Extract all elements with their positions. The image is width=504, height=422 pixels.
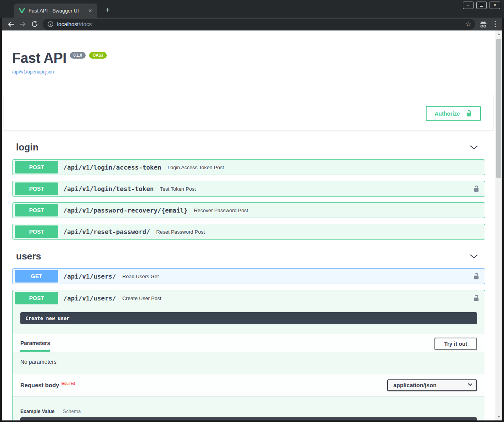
- operation-summary: Recover Password Post: [194, 207, 248, 213]
- method-badge: POST: [15, 292, 58, 304]
- authorize-label: Authorize: [434, 111, 460, 117]
- reload-icon: [31, 20, 38, 28]
- section-title: login: [12, 142, 38, 153]
- url-path: /docs: [79, 21, 91, 27]
- window-minimize-button[interactable]: −: [463, 2, 474, 9]
- unlock-icon: [473, 185, 479, 193]
- operation-path: /api/v1/login/access-token: [63, 164, 161, 171]
- reload-button[interactable]: [29, 19, 40, 30]
- page-content: Fast API 0.1.0 OAS3 /api/v1/openapi.json…: [2, 30, 495, 420]
- section-login-header[interactable]: login: [12, 142, 485, 157]
- operation-row[interactable]: POST /api/v1/users/ Create User Post: [13, 290, 485, 306]
- operation-row[interactable]: POST /api/v1/reset-password/ Reset Passw…: [12, 224, 485, 240]
- window-controls: − ✕: [463, 2, 500, 9]
- page-title: Fast API: [12, 50, 66, 66]
- arrow-right-icon: [19, 20, 27, 28]
- unlock-icon: [473, 295, 479, 302]
- tab-close-button[interactable]: ✕: [86, 7, 94, 14]
- content-type-select[interactable]: application/json: [387, 379, 477, 391]
- auth-lock-button[interactable]: [473, 295, 479, 302]
- oas3-badge: OAS3: [89, 52, 107, 59]
- operation-summary: Login Access Token Post: [167, 165, 224, 170]
- browser-window: Fast API - Swagger UI ✕ + − ✕: [0, 0, 504, 422]
- parameters-tab[interactable]: Parameters: [20, 335, 50, 352]
- tab-separator: [59, 408, 59, 414]
- api-info: Fast API 0.1.0 OAS3 /api/v1/openapi.json: [12, 50, 485, 75]
- authorize-button[interactable]: Authorize: [426, 106, 481, 121]
- forward-button[interactable]: [17, 19, 29, 30]
- operation-path: /api/v1/reset-password/: [63, 228, 150, 236]
- incognito-button[interactable]: [479, 20, 488, 28]
- parameters-header: Parameters Try it out: [13, 334, 485, 352]
- browser-titlebar: Fast API - Swagger UI ✕ + − ✕: [0, 0, 504, 18]
- operation-block-expanded: POST /api/v1/users/ Create User Post: [12, 290, 485, 420]
- scheme-container: Authorize: [4, 95, 493, 131]
- new-tab-button[interactable]: +: [102, 5, 113, 16]
- bookmark-star-icon[interactable]: ☆: [465, 21, 471, 27]
- model-example-tabs: Example Value Schema: [20, 408, 477, 414]
- operation-path: /api/v1/users/: [63, 273, 116, 280]
- try-it-out-button[interactable]: Try it out: [434, 338, 477, 350]
- method-badge: POST: [15, 204, 58, 216]
- operation-summary: Reset Password Post: [156, 229, 205, 235]
- operation-summary: Read Users Get: [122, 274, 159, 279]
- swagger-favicon-icon: [19, 7, 25, 14]
- unlock-icon: [465, 110, 472, 117]
- incognito-icon: [479, 20, 488, 28]
- operation-path: /api/v1/users/: [63, 295, 116, 302]
- request-body-title: Request bodyrequired: [20, 381, 75, 389]
- content-type-select-wrap: application/json: [387, 379, 477, 391]
- site-info-icon[interactable]: [47, 21, 54, 27]
- unlock-icon: [473, 273, 479, 280]
- operation-row[interactable]: GET /api/v1/users/ Read Users Get: [12, 268, 485, 284]
- method-badge: GET: [15, 270, 58, 283]
- operation-path: /api/v1/password-recovery/{email}: [63, 207, 188, 214]
- operation-row[interactable]: POST /api/v1/password-recovery/{email} R…: [12, 202, 485, 218]
- operation-summary: Test Token Post: [160, 186, 196, 192]
- section-title: users: [12, 251, 41, 262]
- tab-title: Fast API - Swagger UI: [29, 8, 86, 14]
- openapi-spec-link[interactable]: /api/v1/openapi.json: [12, 69, 54, 75]
- method-badge: POST: [15, 182, 58, 195]
- method-badge: POST: [15, 161, 58, 173]
- window-close-button[interactable]: ✕: [490, 2, 500, 9]
- version-badge: 0.1.0: [70, 52, 86, 59]
- scroll-thumb[interactable]: [496, 39, 501, 178]
- scroll-up-button[interactable]: [495, 31, 502, 37]
- triangle-up-icon: [497, 33, 500, 35]
- browser-menu-button[interactable]: [492, 20, 498, 29]
- method-badge: POST: [15, 225, 58, 238]
- operation-description: Create new user: [25, 315, 70, 321]
- page-viewport: Fast API 0.1.0 OAS3 /api/v1/openapi.json…: [2, 30, 502, 420]
- request-body-header: Request bodyrequired application/json: [13, 374, 485, 396]
- operation-path: /api/v1/login/test-token: [63, 185, 154, 193]
- request-body-label: Request body: [20, 382, 59, 389]
- operation-summary: Create User Post: [122, 295, 161, 301]
- auth-lock-button[interactable]: [473, 273, 479, 280]
- no-parameters-text: No parameters: [20, 352, 477, 374]
- example-code-block[interactable]: {: [20, 417, 477, 420]
- window-maximize-button[interactable]: [476, 2, 487, 9]
- kebab-menu-icon: [495, 21, 496, 22]
- url-host: localhost: [57, 21, 79, 27]
- example-value-tab[interactable]: Example Value: [20, 409, 55, 414]
- browser-toolbar: localhost/docs ☆: [2, 18, 502, 30]
- operation-row[interactable]: POST /api/v1/login/test-token Test Token…: [12, 181, 485, 197]
- collapse-chevron-icon[interactable]: [470, 145, 478, 150]
- url-bar[interactable]: localhost/docs ☆: [43, 19, 475, 30]
- collapse-chevron-icon[interactable]: [470, 254, 478, 259]
- scrollbar[interactable]: [495, 30, 502, 420]
- back-button[interactable]: [5, 19, 17, 30]
- operation-description-bar: Create new user: [20, 312, 477, 324]
- arrow-left-icon: [7, 20, 15, 28]
- auth-lock-button[interactable]: [473, 185, 479, 193]
- section-users-header[interactable]: users: [12, 251, 485, 266]
- maximize-icon: [480, 4, 483, 7]
- browser-tab[interactable]: Fast API - Swagger UI ✕: [14, 4, 97, 18]
- scroll-down-button[interactable]: [495, 414, 502, 420]
- triangle-down-icon: [497, 416, 500, 418]
- schema-tab[interactable]: Schema: [63, 409, 81, 414]
- operation-row[interactable]: POST /api/v1/login/access-token Login Ac…: [12, 159, 485, 175]
- required-badge: required: [61, 381, 75, 386]
